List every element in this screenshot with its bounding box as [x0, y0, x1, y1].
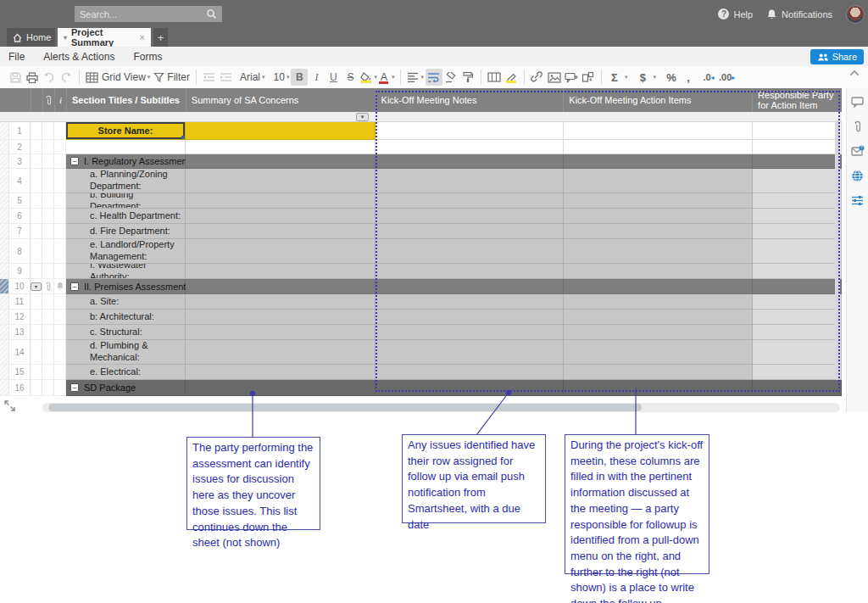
- grid-cell[interactable]: e. Landlord/Property Management:: [66, 239, 186, 264]
- indent-button[interactable]: [218, 69, 235, 86]
- insert-image-button[interactable]: [546, 69, 563, 86]
- row-drag-handle[interactable]: [0, 239, 9, 264]
- grid-cell[interactable]: [564, 224, 753, 239]
- grid-cell[interactable]: [753, 209, 842, 224]
- text-color-button[interactable]: A▾: [379, 69, 397, 86]
- row-menu-dropdown[interactable]: ▾: [31, 279, 42, 294]
- grid-cell[interactable]: [376, 340, 564, 365]
- row-drag-handle[interactable]: [0, 140, 9, 154]
- comment-button[interactable]: [563, 69, 580, 86]
- grid-cell[interactable]: [753, 264, 842, 279]
- row-drag-handle[interactable]: [0, 224, 9, 239]
- grid-cell[interactable]: [186, 169, 376, 193]
- grid-cell[interactable]: [564, 239, 753, 264]
- grid-cell[interactable]: [376, 140, 564, 154]
- row-drag-handle[interactable]: [0, 340, 9, 365]
- collapse-row-icon[interactable]: −: [70, 383, 79, 392]
- tab-close-icon[interactable]: ×: [140, 32, 145, 42]
- grid-cell[interactable]: [564, 325, 753, 340]
- underline-button[interactable]: U: [325, 69, 342, 86]
- search-icon[interactable]: [206, 8, 217, 20]
- tab-menu-caret-icon[interactable]: ▾: [64, 34, 67, 42]
- row-drag-handle[interactable]: [0, 365, 9, 380]
- filter-button[interactable]: Filter: [152, 69, 192, 86]
- grid-cell[interactable]: [564, 340, 753, 365]
- highlight-button[interactable]: [503, 69, 520, 86]
- share-button[interactable]: Share: [810, 49, 864, 64]
- menu-file[interactable]: File: [8, 51, 25, 63]
- add-tab-button[interactable]: +: [153, 28, 168, 47]
- tab-home[interactable]: Home: [7, 28, 55, 47]
- row-number[interactable]: 15: [9, 365, 31, 380]
- grid-cell[interactable]: [186, 380, 376, 396]
- row-number[interactable]: 14: [9, 340, 31, 365]
- row-reminder-icon[interactable]: [54, 279, 66, 294]
- grid-cell[interactable]: [753, 294, 842, 310]
- collapse-row-icon[interactable]: −: [70, 157, 79, 165]
- grid-cell[interactable]: [753, 365, 842, 380]
- grid-cell[interactable]: c. Health Department:: [66, 209, 186, 224]
- grid-cell[interactable]: [186, 239, 376, 264]
- grid-cell[interactable]: c. Structural:: [66, 325, 186, 340]
- grid-cell[interactable]: [564, 264, 753, 279]
- grid-cell[interactable]: [753, 140, 842, 154]
- grid-cell[interactable]: [564, 154, 753, 169]
- grid-cell[interactable]: [186, 154, 376, 169]
- grid-cell[interactable]: [564, 209, 753, 224]
- grid-cell[interactable]: [753, 169, 842, 193]
- grid-cell[interactable]: [753, 310, 842, 325]
- column-filter-dropdown[interactable]: ▾: [356, 113, 369, 121]
- menu-forms[interactable]: Forms: [133, 51, 162, 63]
- grid-cell[interactable]: [376, 310, 564, 325]
- font-family-select[interactable]: Arial▾: [238, 69, 267, 86]
- grid-cell[interactable]: −SD Package: [66, 380, 186, 396]
- menu-alerts-actions[interactable]: Alerts & Actions: [43, 51, 114, 63]
- row-number[interactable]: 1: [9, 122, 31, 140]
- row-drag-handle[interactable]: [0, 310, 9, 325]
- collapse-row-icon[interactable]: −: [70, 282, 79, 291]
- fill-color-button[interactable]: ▾: [359, 69, 379, 86]
- user-avatar[interactable]: [846, 5, 865, 24]
- row-attachment-icon[interactable]: [42, 279, 54, 294]
- grid-cell[interactable]: d. Fire Department:: [66, 224, 186, 239]
- tab-project-summary[interactable]: ▾ Project Summary ×: [58, 28, 151, 47]
- grid-cell[interactable]: −I. Regulatory Assessment: [66, 154, 186, 169]
- grid-cell[interactable]: [376, 209, 564, 224]
- grid-cell[interactable]: [564, 169, 753, 193]
- grid-cell[interactable]: [186, 325, 376, 340]
- grid-cell[interactable]: [376, 122, 564, 140]
- grid-cell[interactable]: a. Site:: [66, 294, 186, 310]
- grid-cell[interactable]: [186, 365, 376, 380]
- strikethrough-button[interactable]: S: [342, 69, 359, 86]
- horizontal-scrollbar-thumb[interactable]: [48, 404, 642, 411]
- grid-cell[interactable]: [376, 279, 564, 294]
- grid-cell[interactable]: [753, 380, 842, 396]
- grid-cell[interactable]: f. Wastewater Authority:: [66, 264, 186, 279]
- row-drag-handle[interactable]: [0, 154, 9, 169]
- grid-cell[interactable]: [753, 224, 842, 239]
- print-button[interactable]: [24, 69, 41, 86]
- grid-cell[interactable]: [186, 193, 376, 209]
- increase-decimals-button[interactable]: .00▸: [717, 69, 737, 86]
- vertical-scrollbar[interactable]: [835, 120, 840, 380]
- comma-style-button[interactable]: ,: [680, 69, 697, 86]
- grid-cell[interactable]: [564, 365, 753, 380]
- attachment-column-icon[interactable]: [43, 88, 55, 112]
- grid-cell[interactable]: [564, 122, 753, 140]
- grid-cell[interactable]: e. Electrical:: [66, 365, 186, 380]
- grid-cell[interactable]: [376, 239, 564, 264]
- bold-button[interactable]: B: [291, 69, 308, 86]
- row-drag-handle[interactable]: [0, 122, 9, 140]
- grid-cell[interactable]: d. Plumbing & Mechanical:: [66, 340, 186, 365]
- row-number[interactable]: 8: [9, 239, 31, 264]
- row-number[interactable]: 16: [9, 380, 31, 396]
- row-number[interactable]: 3: [9, 154, 31, 169]
- grid-cell[interactable]: [376, 264, 564, 279]
- row-drag-handle[interactable]: [0, 264, 9, 279]
- save-button[interactable]: [7, 69, 24, 86]
- sum-button[interactable]: Σ: [606, 69, 623, 86]
- view-selector[interactable]: Grid View▾: [84, 69, 152, 86]
- italic-button[interactable]: I: [308, 69, 325, 86]
- grid-cell[interactable]: [186, 224, 376, 239]
- grid-cell[interactable]: [753, 239, 842, 264]
